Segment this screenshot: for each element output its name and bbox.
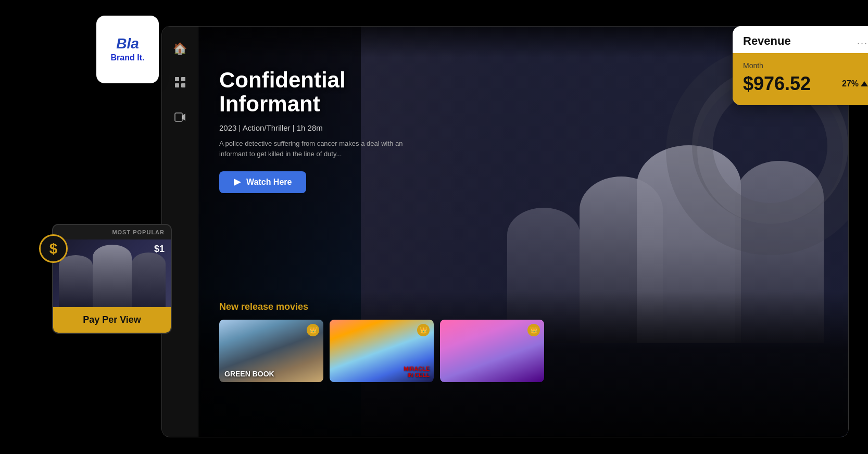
revenue-body: Month $976.52 27% bbox=[733, 53, 868, 105]
up-arrow-icon bbox=[861, 81, 868, 86]
ppv-price: $1 bbox=[154, 244, 165, 255]
revenue-header: Revenue ... bbox=[733, 26, 868, 53]
movie-card-third[interactable]: 👑 bbox=[440, 320, 544, 382]
revenue-amount-row: $976.52 27% bbox=[743, 73, 868, 95]
ppv-button-area: Pay Per View bbox=[53, 307, 171, 333]
movie-meta: 2023 | Action/Thriller | 1h 28m bbox=[219, 123, 438, 132]
most-popular-label: MOST POPULAR bbox=[112, 229, 165, 235]
premium-crown-icon: 👑 bbox=[307, 324, 319, 336]
svg-rect-1 bbox=[181, 77, 185, 81]
hero-content: Confidential Informant 2023 | Action/Thr… bbox=[219, 68, 438, 193]
svg-rect-4 bbox=[175, 113, 182, 121]
movie-title-overlay: GREEN BOOK bbox=[224, 370, 274, 378]
revenue-period: Month bbox=[743, 61, 868, 70]
movies-row: 👑 GREEN BOOK MIRACLEIN CELL 👑 👑 bbox=[219, 320, 827, 382]
revenue-card: Revenue ... Month $976.52 27% bbox=[733, 26, 868, 105]
svg-rect-2 bbox=[175, 83, 179, 87]
revenue-title: Revenue bbox=[743, 34, 791, 48]
svg-rect-3 bbox=[181, 83, 185, 87]
dollar-sign: $ bbox=[49, 241, 58, 257]
premium-crown-icon: 👑 bbox=[417, 324, 430, 336]
pay-per-view-card: MOST POPULAR $1 Pay Per View bbox=[52, 224, 172, 334]
movie-card-miracle[interactable]: MIRACLEIN CELL 👑 bbox=[330, 320, 434, 382]
movie-title: Confidential Informant bbox=[219, 68, 438, 116]
section-title: New release movies bbox=[219, 301, 827, 312]
watch-button-label: Watch Here bbox=[246, 178, 292, 187]
most-popular-badge: MOST POPULAR bbox=[53, 225, 171, 239]
revenue-amount: $976.52 bbox=[743, 73, 811, 95]
revenue-percent: 27% bbox=[842, 79, 859, 89]
movie-card-green-book[interactable]: 👑 GREEN BOOK bbox=[219, 320, 323, 382]
revenue-change: 27% bbox=[842, 79, 868, 89]
ppv-characters bbox=[53, 239, 171, 307]
watch-here-button[interactable]: Watch Here bbox=[219, 171, 306, 193]
play-icon bbox=[234, 179, 241, 186]
pay-per-view-button[interactable]: Pay Per View bbox=[53, 307, 171, 333]
ppv-movie-image: $1 bbox=[53, 239, 171, 307]
sidebar-video-icon[interactable] bbox=[174, 112, 186, 125]
brand-signature: Bla bbox=[116, 36, 139, 51]
svg-rect-0 bbox=[175, 77, 179, 81]
movie-description: A police detective suffering from cancer… bbox=[219, 138, 407, 159]
brand-logo-card: Bla Brand It. bbox=[96, 16, 159, 83]
revenue-more-button[interactable]: ... bbox=[857, 36, 868, 47]
new-releases-section: New release movies 👑 GREEN BOOK MIRACLEI… bbox=[198, 291, 848, 437]
dollar-circle-icon: $ bbox=[39, 234, 68, 263]
sidebar-home-icon[interactable]: 🏠 bbox=[173, 42, 187, 56]
premium-crown-icon: 👑 bbox=[527, 324, 540, 336]
brand-name: Brand It. bbox=[111, 53, 145, 62]
sidebar-grid-icon[interactable] bbox=[174, 77, 186, 91]
